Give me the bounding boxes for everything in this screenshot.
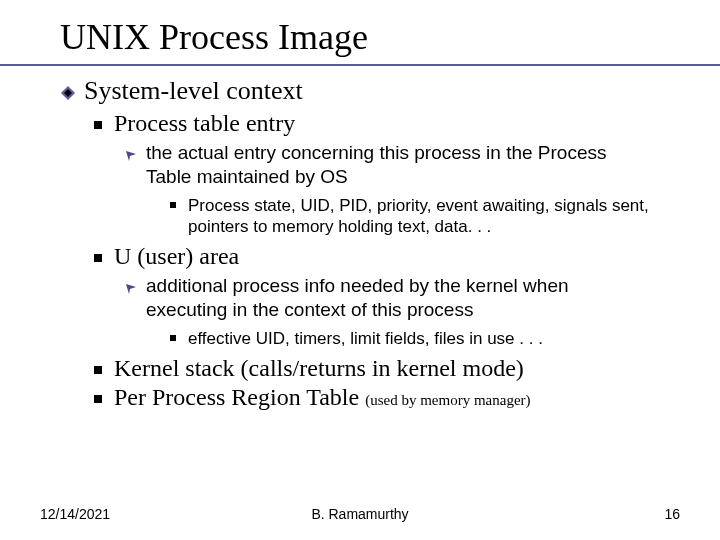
slide: UNIX Process Image System-level context …	[0, 0, 720, 540]
bullet-level3: additional process info needed by the ke…	[124, 274, 650, 322]
footer-author: B. Ramamurthy	[0, 506, 720, 522]
bullet-level2: Per Process Region Table (used by memory…	[94, 384, 680, 411]
bullet-level2: Process table entry	[94, 110, 680, 137]
level4-text: effective UID, timers, limit fields, fil…	[188, 328, 543, 349]
level2-text: U (user) area	[114, 243, 239, 270]
pointer-icon	[124, 145, 138, 169]
bullet-level4: effective UID, timers, limit fields, fil…	[170, 328, 660, 349]
level1-text: System-level context	[84, 76, 303, 106]
level2-text: Per Process Region Table (used by memory…	[114, 384, 531, 411]
pointer-icon	[124, 278, 138, 302]
small-square-icon	[170, 335, 176, 341]
level2-main: Per Process Region Table	[114, 384, 365, 410]
level2-note: (used by memory manager)	[365, 392, 530, 408]
level3-text: the actual entry concerning this process…	[146, 141, 650, 189]
bullet-level3: the actual entry concerning this process…	[124, 141, 650, 189]
title-underline	[0, 64, 720, 66]
small-square-icon	[170, 202, 176, 208]
bullet-level1: System-level context	[60, 76, 680, 106]
level4-text: Process state, UID, PID, priority, event…	[188, 195, 660, 238]
slide-body: System-level context Process table entry…	[60, 76, 680, 411]
bullet-level2: Kernel stack (calls/returns in kernel mo…	[94, 355, 680, 382]
slide-title: UNIX Process Image	[60, 16, 680, 58]
slide-footer: 12/14/2021 B. Ramamurthy 16	[0, 506, 720, 522]
diamond-icon	[60, 85, 76, 101]
square-icon	[94, 121, 102, 129]
bullet-level4: Process state, UID, PID, priority, event…	[170, 195, 660, 238]
bullet-level2: U (user) area	[94, 243, 680, 270]
square-icon	[94, 366, 102, 374]
level2-text: Kernel stack (calls/returns in kernel mo…	[114, 355, 524, 382]
level3-text: additional process info needed by the ke…	[146, 274, 650, 322]
level2-text: Process table entry	[114, 110, 295, 137]
square-icon	[94, 254, 102, 262]
square-icon	[94, 395, 102, 403]
